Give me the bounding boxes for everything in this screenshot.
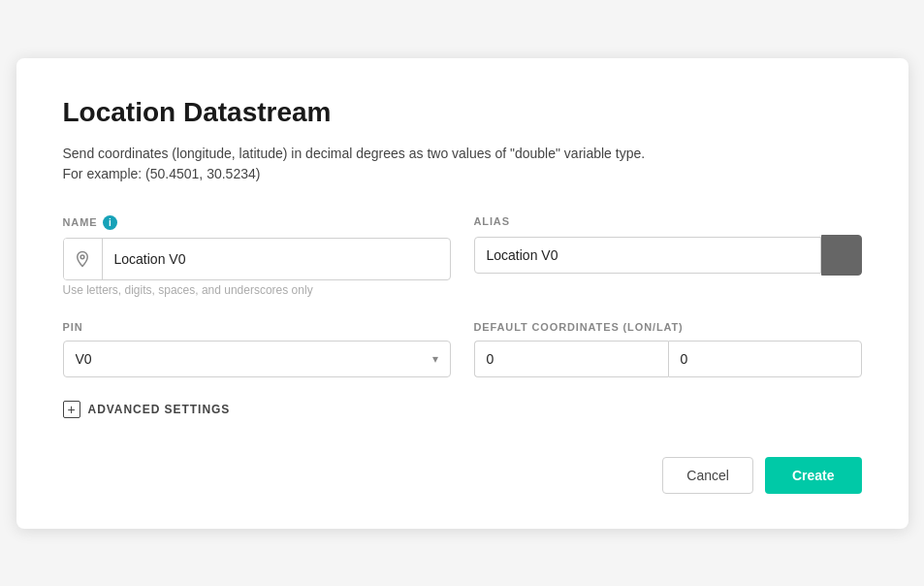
- plus-icon: +: [63, 401, 80, 418]
- advanced-settings-toggle[interactable]: + ADVANCED SETTINGS: [63, 401, 862, 418]
- create-button[interactable]: Create: [765, 457, 862, 494]
- name-info-icon[interactable]: i: [103, 215, 117, 230]
- name-hint: Use letters, digits, spaces, and undersc…: [63, 283, 313, 297]
- name-input[interactable]: [103, 242, 450, 277]
- lon-input[interactable]: [474, 341, 668, 377]
- location-pin-icon: [64, 239, 103, 279]
- cancel-button[interactable]: Cancel: [662, 457, 753, 494]
- dialog-description: Send coordinates (longitude, latitude) i…: [63, 144, 862, 184]
- location-datastream-dialog: Location Datastream Send coordinates (lo…: [16, 58, 908, 529]
- coords-label: DEFAULT COORDINATES (LON/LAT): [474, 321, 862, 333]
- dialog-footer: Cancel Create: [63, 457, 862, 494]
- lat-input[interactable]: [668, 341, 862, 377]
- pin-select-wrapper: V0 V1 V2 V3 ▾: [63, 341, 451, 377]
- advanced-settings-label: ADVANCED SETTINGS: [88, 403, 231, 416]
- pin-coords-row: PIN V0 V1 V2 V3 ▾ DEFAULT COORDINATES (L…: [63, 321, 862, 377]
- alias-input[interactable]: [474, 237, 821, 274]
- name-label: NAME i: [63, 215, 451, 230]
- dialog-title: Location Datastream: [63, 97, 862, 128]
- name-group: NAME i Use letters, digits, spaces, and …: [63, 215, 451, 298]
- svg-point-0: [80, 254, 84, 258]
- alias-label: ALIAS: [474, 215, 862, 227]
- coords-group: DEFAULT COORDINATES (LON/LAT): [474, 321, 862, 377]
- name-alias-row: NAME i Use letters, digits, spaces, and …: [63, 215, 862, 298]
- alias-input-row: [474, 235, 862, 276]
- alias-group: ALIAS: [474, 215, 862, 276]
- pin-label: PIN: [63, 321, 451, 333]
- name-input-wrapper: [63, 238, 451, 280]
- pin-select[interactable]: V0 V1 V2 V3: [64, 342, 450, 376]
- pin-group: PIN V0 V1 V2 V3 ▾: [63, 321, 451, 377]
- color-swatch[interactable]: [821, 235, 862, 276]
- coord-inputs: [474, 341, 862, 377]
